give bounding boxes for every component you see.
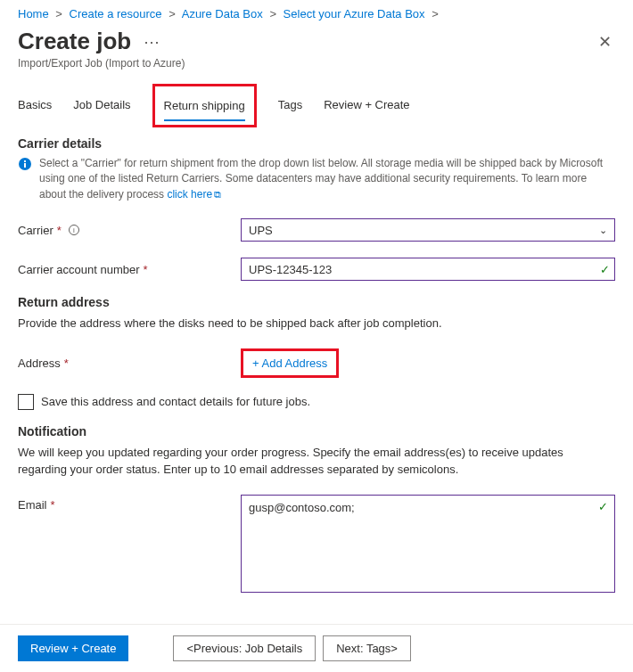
breadcrumb-item[interactable]: Create a resource xyxy=(70,7,162,20)
section-title-return: Return address xyxy=(18,295,615,309)
tab-tags[interactable]: Tags xyxy=(278,93,302,122)
breadcrumb-item[interactable]: Select your Azure Data Box xyxy=(284,7,425,20)
chevron-right-icon: > xyxy=(55,7,62,20)
help-icon[interactable]: i xyxy=(69,225,79,235)
return-description: Provide the address where the disks need… xyxy=(18,315,615,332)
learn-more-link[interactable]: click here xyxy=(167,188,212,201)
chevron-right-icon: > xyxy=(269,7,276,20)
label-carrier: Carrier * i xyxy=(18,224,241,237)
info-icon xyxy=(18,157,32,171)
external-link-icon: ⧉ xyxy=(214,189,221,200)
save-address-label: Save this address and contact details fo… xyxy=(41,395,310,408)
next-button[interactable]: Next: Tags> xyxy=(323,635,411,661)
save-address-checkbox[interactable] xyxy=(18,394,34,410)
svg-rect-1 xyxy=(24,163,26,168)
add-address-link[interactable]: + Add Address xyxy=(252,356,327,370)
required-indicator: * xyxy=(64,356,69,370)
breadcrumb-item[interactable]: Azure Data Box xyxy=(182,7,263,20)
email-textarea[interactable] xyxy=(241,495,615,593)
highlight-box: + Add Address xyxy=(241,348,339,378)
info-text: Select a "Carrier" for return shipment f… xyxy=(39,156,615,202)
breadcrumb-item[interactable]: Home xyxy=(18,7,49,20)
breadcrumb: Home > Create a resource > Azure Data Bo… xyxy=(0,0,633,24)
tab-return-shipping[interactable]: Return shipping xyxy=(164,94,245,121)
more-menu-icon[interactable]: ⋯ xyxy=(144,34,160,50)
page-subtitle: Import/Export Job (Import to Azure) xyxy=(0,55,633,70)
chevron-right-icon: > xyxy=(432,7,439,20)
carrier-select-value: UPS xyxy=(249,224,273,237)
footer-bar: Review + Create <Previous: Job Details N… xyxy=(0,624,633,672)
svg-rect-2 xyxy=(24,160,26,162)
label-carrier-account: Carrier account number * xyxy=(18,263,241,276)
review-create-button[interactable]: Review + Create xyxy=(18,635,128,661)
page-title: Create job xyxy=(18,28,131,55)
previous-button[interactable]: <Previous: Job Details xyxy=(173,635,316,661)
required-indicator: * xyxy=(144,263,148,276)
notification-description: We will keep you updated regarding your … xyxy=(18,444,615,479)
highlight-box: Return shipping xyxy=(152,84,257,127)
close-icon[interactable]: ✕ xyxy=(595,29,615,55)
label-email: Email * xyxy=(18,495,241,512)
section-title-notification: Notification xyxy=(18,424,615,438)
carrier-select[interactable]: UPS ⌄ xyxy=(241,218,615,242)
tab-review-create[interactable]: Review + Create xyxy=(324,93,409,122)
tab-basics[interactable]: Basics xyxy=(18,93,52,122)
carrier-account-input[interactable] xyxy=(241,258,615,281)
section-title-carrier: Carrier details xyxy=(18,136,615,151)
tab-job-details[interactable]: Job Details xyxy=(73,93,130,122)
chevron-right-icon: > xyxy=(169,7,176,20)
label-address: Address * xyxy=(18,356,241,370)
checkmark-icon: ✓ xyxy=(598,500,608,513)
tabs-container: Basics Job Details Return shipping Tags … xyxy=(0,70,633,122)
checkmark-icon: ✓ xyxy=(600,263,610,276)
required-indicator: * xyxy=(51,498,55,512)
chevron-down-icon: ⌄ xyxy=(599,225,607,236)
required-indicator: * xyxy=(57,224,62,237)
